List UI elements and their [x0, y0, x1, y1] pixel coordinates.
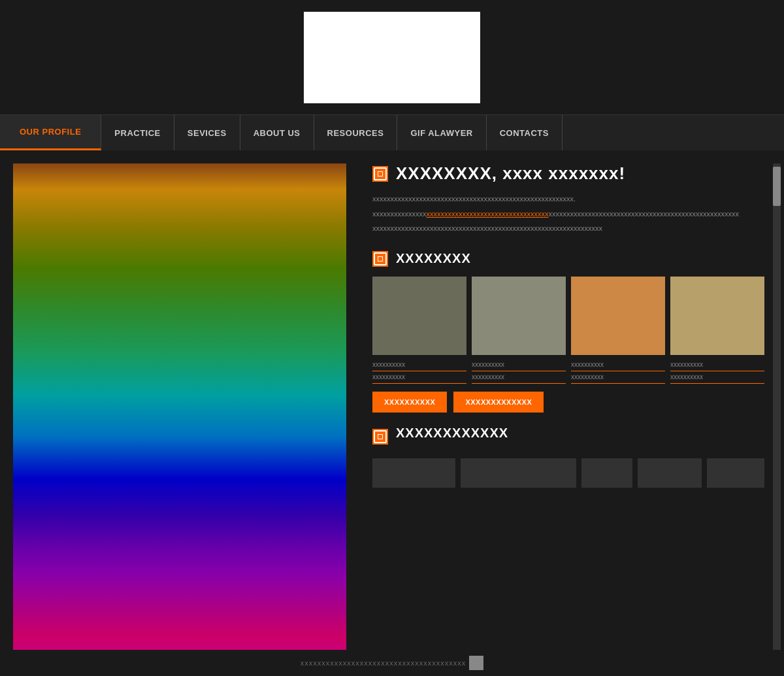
section1-icon: [372, 166, 388, 182]
section3: XXXXXXXXXXXX: [372, 426, 764, 488]
footer-input-box[interactable]: [469, 656, 483, 670]
section1-link[interactable]: xxxxxxxxxxxxxxxxxxxxxxxxxxxxxxxxxx: [427, 210, 549, 218]
gallery-label-1: xxxxxxxxxx xxxxxxxxxx: [372, 360, 466, 385]
gallery-grid: xxxxxxxxxx xxxxxxxxxx xxxxxxxxxx xxxxxxx…: [372, 277, 764, 385]
section3-icon: [372, 429, 388, 445]
small-thumb-1[interactable]: [372, 458, 455, 488]
section3-header: XXXXXXXXXXXX: [372, 426, 764, 448]
section2-icon: [372, 251, 388, 267]
section2: XXXXXXXX xxxxxxxxxx xxxxxxxxxx xxxxxxxxx…: [372, 251, 764, 413]
section1-title: XXXXXXXX, xxxx xxxxxxx!: [396, 163, 625, 184]
section1-body1: xxxxxxxxxxxxxxxxxxxxxxxxxxxxxxxxxxxxxxxx…: [372, 194, 764, 205]
footer-bar: xxxxxxxxxxxxxxxxxxxxxxxxxxxxxxxxxxxxxxx: [0, 650, 784, 676]
nav-item-practice[interactable]: PRACTICE: [101, 115, 174, 150]
gallery-thumb-1[interactable]: [372, 277, 466, 355]
btn-secondary[interactable]: XXXXXXXXXXXXX: [453, 392, 544, 413]
gallery-label-4: xxxxxxxxxx xxxxxxxxxx: [670, 360, 764, 385]
section1-body2: xxxxxxxxxxxxxxxxxxxxxxxxxxxxxxxxxxxxxxxx…: [372, 209, 764, 220]
section1-body3: xxxxxxxxxxxxxxxxxxxxxxxxxxxxxxxxxxxxxxxx…: [372, 223, 764, 235]
right-panel: XXXXXXXX, xxxx xxxxxxx! xxxxxxxxxxxxxxxx…: [346, 150, 784, 676]
gallery-thumb-2[interactable]: [472, 277, 566, 355]
section3-title: XXXXXXXXXXXX: [396, 426, 508, 441]
btn-primary[interactable]: XXXXXXXXXX: [372, 392, 447, 413]
small-thumb-3[interactable]: [581, 458, 632, 488]
nav-item-contacts[interactable]: CONTACTS: [487, 115, 563, 150]
gallery-thumb-3[interactable]: [571, 277, 665, 355]
gallery-item-2: xxxxxxxxxx xxxxxxxxxx: [472, 277, 566, 385]
section1-header: XXXXXXXX, xxxx xxxxxxx!: [372, 163, 764, 184]
nav-item-services[interactable]: SEVICES: [174, 115, 240, 150]
small-gallery: [372, 458, 764, 488]
gradient-image: [13, 163, 346, 676]
gallery-label-2: xxxxxxxxxx xxxxxxxxxx: [472, 360, 566, 385]
main-content: XXXXXXXX, xxxx xxxxxxx! xxxxxxxxxxxxxxxx…: [0, 150, 784, 676]
gallery-label-3: xxxxxxxxxx xxxxxxxxxx: [571, 360, 665, 385]
navigation: OUR PROFILE PRACTICE SEVICES ABOUT US RE…: [0, 114, 784, 150]
scrollbar-thumb[interactable]: [773, 167, 781, 206]
logo: [304, 12, 480, 103]
button-row: XXXXXXXXXX XXXXXXXXXXXXX: [372, 392, 764, 413]
scrollbar[interactable]: [773, 163, 781, 663]
small-thumb-5[interactable]: [707, 458, 764, 488]
nav-item-our-profile[interactable]: OUR PROFILE: [0, 115, 101, 150]
header: [0, 0, 784, 114]
nav-item-about-us[interactable]: ABOUT US: [240, 115, 314, 150]
nav-item-gif-alawyer[interactable]: GIF ALAWYER: [397, 115, 486, 150]
section2-title: XXXXXXXX: [396, 251, 471, 266]
small-thumb-4[interactable]: [638, 458, 702, 488]
nav-item-resources[interactable]: RESOURCES: [314, 115, 398, 150]
gallery-item-1: xxxxxxxxxx xxxxxxxxxx: [372, 277, 466, 385]
small-thumb-2[interactable]: [461, 458, 576, 488]
gallery-item-3: xxxxxxxxxx xxxxxxxxxx: [571, 277, 665, 385]
gallery-thumb-4[interactable]: [670, 277, 764, 355]
section2-header: XXXXXXXX: [372, 251, 764, 267]
footer-text: xxxxxxxxxxxxxxxxxxxxxxxxxxxxxxxxxxxxxxx: [301, 659, 466, 667]
gallery-item-4: xxxxxxxxxx xxxxxxxxxx: [670, 277, 764, 385]
